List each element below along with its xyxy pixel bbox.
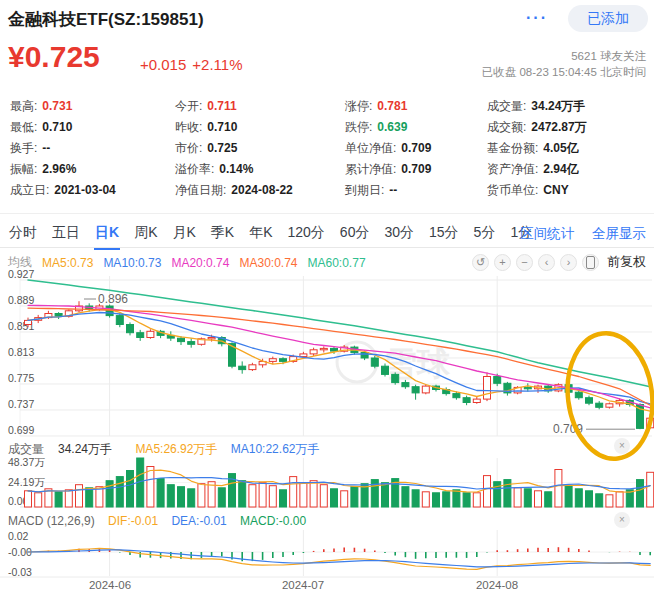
macd-value: MACD:-0.00 [240, 514, 306, 528]
volume-value: 34.24万手 [58, 442, 112, 456]
volume-ma5: MA5:26.92万手 [135, 442, 217, 456]
svg-text:24.19万: 24.19万 [8, 476, 45, 488]
svg-text:0.927: 0.927 [8, 268, 34, 280]
macd-pane-close-icon[interactable]: × [614, 512, 630, 528]
svg-text:0.896: 0.896 [98, 292, 128, 306]
volume-label: 成交量34.24万手 [8, 442, 122, 456]
stock-detail-page: 金融科技ETF(SZ:159851) ··· 已添加 ¥0.725 +0.015… [0, 0, 654, 600]
kline-chart[interactable]: 0.9270.8890.8510.8130.7750.7370.699雪球48.… [0, 0, 654, 600]
volume-ma10: MA10:22.62万手 [231, 442, 320, 456]
svg-text:-0.03: -0.03 [8, 566, 32, 578]
macd-dif: DIF:-0.01 [108, 514, 158, 528]
macd-pane-header: MACD (12,26,9) DIF:-0.01 DEA:-0.01 MACD:… [8, 514, 316, 528]
svg-text:0.775: 0.775 [8, 372, 34, 384]
volume-pane-header: 成交量34.24万手 MA5:26.92万手 MA10:22.62万手 [8, 441, 329, 458]
volume-pane-close-icon[interactable]: × [614, 438, 630, 454]
svg-text:0.02: 0.02 [8, 530, 29, 542]
svg-text:0.709: 0.709 [553, 422, 583, 436]
svg-text:0.813: 0.813 [8, 346, 34, 358]
svg-text:0.889: 0.889 [8, 294, 34, 306]
macd-label: MACD (12,26,9) [8, 514, 95, 528]
date-label: 2024-07 [273, 579, 333, 591]
svg-text:0.737: 0.737 [8, 398, 34, 410]
svg-text:0.699: 0.699 [8, 424, 34, 436]
date-label: 2024-08 [467, 579, 527, 591]
macd-dea: DEA:-0.01 [171, 514, 226, 528]
date-label: 2024-06 [80, 579, 140, 591]
